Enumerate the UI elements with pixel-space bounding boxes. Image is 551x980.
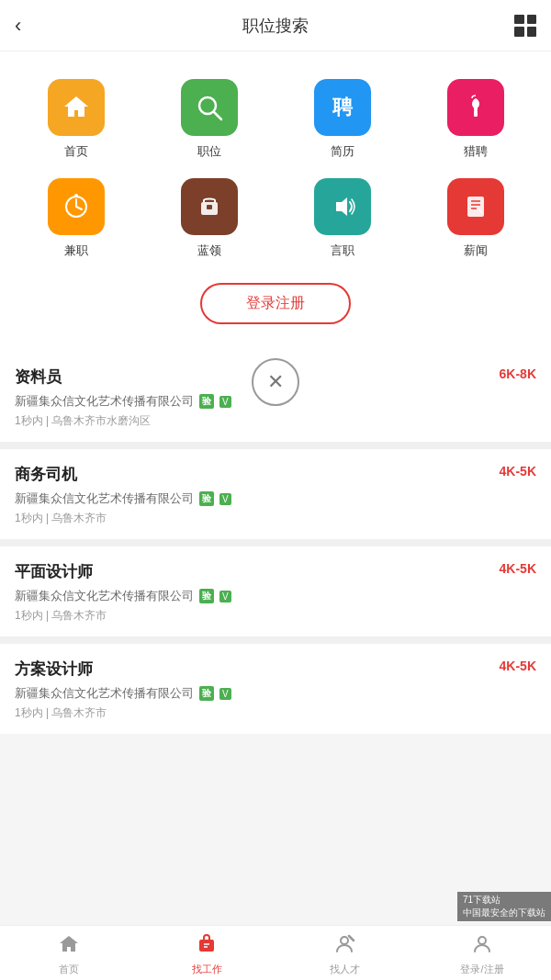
job-item-2[interactable]: 4K-5K 商务司机 新疆集众信文化艺术传播有限公司 验 V 1秒内 | 乌鲁木…: [0, 449, 551, 539]
menu-label-job: 职位: [197, 143, 221, 160]
nav-find-talent-icon: [333, 933, 355, 961]
job-item-4[interactable]: 4K-5K 方案设计师 新疆集众信文化艺术传播有限公司 验 V 1秒内 | 乌鲁…: [0, 644, 551, 734]
badge-verified-4: 验: [199, 686, 214, 701]
job-title-4: 方案设计师: [15, 659, 536, 680]
svg-rect-2: [474, 110, 478, 117]
close-overlay-button[interactable]: ✕: [252, 358, 299, 406]
back-button[interactable]: ‹: [15, 14, 21, 38]
svg-point-6: [74, 194, 78, 197]
nav-label-home: 首页: [59, 963, 79, 976]
job-salary-4: 4K-5K: [500, 659, 536, 673]
header: ‹ 职位搜索: [0, 0, 551, 51]
job-company-row-2: 新疆集众信文化艺术传播有限公司 验 V: [15, 490, 536, 507]
nav-label-find-job: 找工作: [192, 963, 222, 976]
job-list: 6K-8K 资料员 新疆集众信文化艺术传播有限公司 验 V 1秒内 | 乌鲁木齐…: [0, 352, 551, 734]
login-section: 登录注册: [0, 268, 551, 343]
job-salary-3: 4K-5K: [500, 561, 536, 576]
nav-home-icon: [58, 933, 80, 961]
qr-icon[interactable]: [514, 15, 536, 37]
job-icon: [181, 79, 238, 136]
nav-item-find-talent[interactable]: 找人才: [276, 926, 413, 980]
nav-item-login[interactable]: 登录/注册: [413, 926, 551, 980]
voice-job-icon: [314, 178, 371, 235]
parttime-icon: [48, 178, 105, 235]
menu-item-resume[interactable]: 聘 简历: [276, 70, 409, 169]
close-x-icon: ✕: [267, 372, 284, 392]
job-company-4: 新疆集众信文化艺术传播有限公司: [15, 685, 194, 702]
nav-label-find-talent: 找人才: [330, 963, 360, 976]
svg-point-18: [478, 937, 486, 944]
menu-label-home: 首页: [64, 143, 88, 160]
nav-label-login: 登录/注册: [460, 963, 503, 976]
menu-item-news[interactable]: 薪闻: [409, 169, 542, 268]
menu-section: 首页 职位 聘 简历: [0, 51, 551, 352]
bottom-nav: 首页 找工作 找人才 登录/: [0, 925, 551, 980]
job-company-2: 新疆集众信文化艺术传播有限公司: [15, 490, 194, 507]
svg-rect-10: [467, 197, 484, 217]
svg-rect-8: [207, 205, 212, 209]
watermark: 71下载站 中国最安全的下载站: [457, 892, 551, 921]
login-register-button[interactable]: 登录注册: [200, 283, 351, 324]
menu-label-parttime: 兼职: [64, 242, 88, 259]
nav-find-job-icon: [196, 933, 218, 961]
job-title-2: 商务司机: [15, 464, 536, 485]
badge-verified-1: 验: [199, 394, 214, 409]
job-meta-3: 1秒内 | 乌鲁木齐市: [15, 608, 536, 624]
job-salary-2: 4K-5K: [500, 464, 536, 479]
badge-verified-3: 验: [199, 589, 214, 603]
menu-label-hunt: 猎聘: [464, 143, 488, 160]
menu-item-voice[interactable]: 言职: [276, 169, 409, 268]
svg-line-1: [214, 112, 221, 119]
menu-label-voice: 言职: [331, 242, 354, 259]
nav-item-find-job[interactable]: 找工作: [138, 926, 276, 980]
resume-icon: 聘: [314, 79, 371, 136]
job-meta-2: 1秒内 | 乌鲁木齐市: [15, 511, 536, 526]
menu-item-blue[interactable]: 蓝领: [142, 169, 276, 268]
hunt-icon: [447, 79, 504, 136]
badge-v-3: V: [219, 591, 231, 603]
home-icon: [48, 79, 105, 136]
svg-line-5: [76, 207, 82, 209]
blue-collar-icon: [181, 178, 238, 235]
menu-item-parttime[interactable]: 兼职: [9, 169, 142, 268]
job-company-row-4: 新疆集众信文化艺术传播有限公司 验 V: [15, 685, 536, 702]
menu-label-blue: 蓝领: [197, 242, 221, 259]
badge-v-1: V: [219, 396, 231, 408]
badge-v-4: V: [219, 688, 231, 700]
job-item-3[interactable]: 4K-5K 平面设计师 新疆集众信文化艺术传播有限公司 验 V 1秒内 | 乌鲁…: [0, 546, 551, 636]
menu-item-home[interactable]: 首页: [9, 70, 142, 169]
menu-grid: 首页 职位 聘 简历: [0, 70, 551, 268]
menu-item-job[interactable]: 职位: [142, 70, 276, 169]
job-meta-4: 1秒内 | 乌鲁木齐市: [15, 705, 536, 721]
job-meta-1: 1秒内 | 乌鲁木齐市水磨沟区: [15, 413, 536, 429]
menu-label-news: 薪闻: [464, 242, 488, 259]
badge-v-2: V: [219, 493, 231, 505]
job-salary-1: 6K-8K: [500, 366, 536, 381]
nav-item-home[interactable]: 首页: [0, 926, 138, 980]
job-company-row-3: 新疆集众信文化艺术传播有限公司 验 V: [15, 588, 536, 604]
svg-rect-14: [199, 940, 214, 952]
nav-login-icon: [471, 933, 493, 961]
job-company-3: 新疆集众信文化艺术传播有限公司: [15, 588, 194, 604]
menu-label-resume: 简历: [331, 143, 354, 160]
salary-news-icon: [447, 178, 504, 235]
job-title-3: 平面设计师: [15, 561, 536, 582]
menu-item-hunt[interactable]: 猎聘: [409, 70, 542, 169]
badge-verified-2: 验: [199, 491, 214, 506]
svg-marker-9: [336, 197, 347, 216]
page-title: 职位搜索: [242, 15, 309, 37]
job-company-1: 新疆集众信文化艺术传播有限公司: [15, 393, 194, 410]
svg-point-17: [341, 937, 348, 944]
